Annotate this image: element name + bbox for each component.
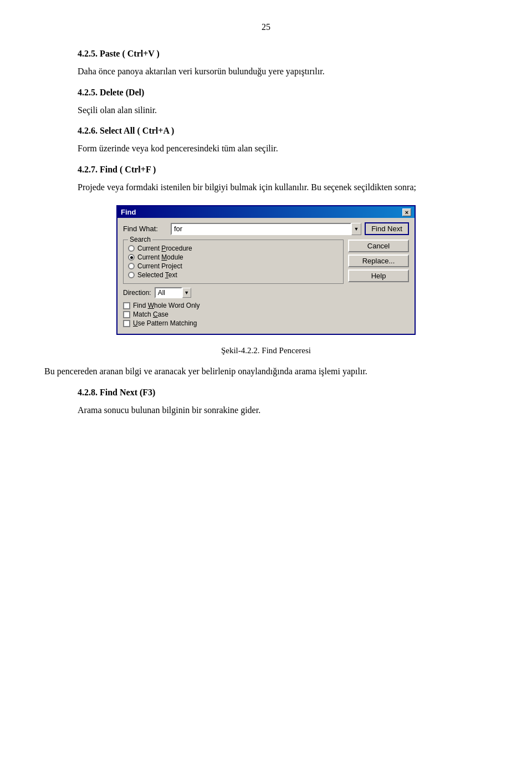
direction-value[interactable]: All (155, 287, 182, 298)
radio-selected-text[interactable]: Selected Text (128, 271, 339, 279)
para-428: Arama sonucu bulunan bilginin bir sonrak… (78, 403, 488, 418)
cancel-button[interactable]: Cancel (348, 240, 409, 252)
radio-btn-selected-text[interactable] (128, 272, 135, 278)
radio-btn-current-procedure[interactable] (128, 245, 135, 252)
find-next-button[interactable]: Find Next (365, 222, 409, 235)
find-what-dropdown-arrow[interactable]: ▼ (351, 223, 361, 235)
help-button[interactable]: Help (348, 269, 409, 282)
checkbox-use-pattern-matching[interactable]: Use Pattern Matching (123, 319, 344, 327)
para-425-delete: Seçili olan alan silinir. (78, 103, 488, 118)
para-426: Form üzerinde veya kod penceresindeki tü… (78, 141, 488, 156)
search-groupbox-content: Current Procedure Current Module Current… (128, 245, 339, 279)
find-dialog: Find × Find What: ▼ Find Next Search (116, 205, 416, 335)
radio-current-project[interactable]: Current Project (128, 262, 339, 270)
heading-425-paste: 4.2.5. Paste ( Ctrl+V ) (78, 49, 488, 59)
checkbox-btn-use-pattern-matching[interactable] (123, 320, 130, 327)
checkbox-label-find-whole-word: Find Whole Word Only (133, 302, 200, 309)
radio-label-current-project: Current Project (137, 262, 182, 270)
checkbox-btn-find-whole-word[interactable] (123, 302, 130, 309)
radio-current-module[interactable]: Current Module (128, 253, 339, 261)
radio-label-selected-text: Selected Text (137, 271, 177, 279)
para-427-2: Bu pencereden aranan bilgi ve aranacak y… (44, 364, 488, 379)
find-what-label: Find What: (123, 225, 167, 233)
checkbox-label-match-case: Match Case (133, 310, 168, 318)
find-dialog-title: Find (121, 208, 136, 216)
direction-select[interactable]: All ▼ (155, 287, 191, 298)
radio-btn-current-project[interactable] (128, 263, 135, 269)
heading-427: 4.2.7. Find ( Ctrl+F ) (78, 165, 488, 175)
checkbox-match-case[interactable]: Match Case (123, 310, 344, 318)
para-427-1: Projede veya formdaki istenilen bir bilg… (78, 180, 488, 195)
find-dialog-wrapper: Find × Find What: ▼ Find Next Search (44, 205, 488, 335)
direction-label: Direction: (123, 289, 151, 297)
find-dialog-close-button[interactable]: × (402, 208, 411, 216)
replace-button[interactable]: Replace... (348, 254, 409, 267)
find-dialog-titlebar: Find × (117, 206, 415, 218)
radio-current-procedure[interactable]: Current Procedure (128, 245, 339, 252)
radio-label-current-module: Current Module (137, 253, 183, 261)
checkbox-label-use-pattern-matching: Use Pattern Matching (133, 319, 197, 327)
checkbox-find-whole-word[interactable]: Find Whole Word Only (123, 302, 344, 309)
find-what-input[interactable] (171, 223, 351, 235)
find-dialog-body: Find What: ▼ Find Next Search (117, 218, 415, 334)
radio-label-current-procedure: Current Procedure (137, 245, 192, 252)
direction-dropdown-arrow[interactable]: ▼ (182, 288, 191, 298)
search-groupbox-legend: Search (128, 236, 152, 243)
heading-428: 4.2.8. Find Next (F3) (78, 388, 488, 398)
radio-btn-current-module[interactable] (128, 254, 135, 261)
figure-caption: Şekil-4.2.2. Find Penceresi (44, 346, 488, 355)
heading-425-delete: 4.2.5. Delete (Del) (78, 88, 488, 98)
checkbox-btn-match-case[interactable] (123, 311, 130, 318)
heading-426: 4.2.6. Select All ( Ctrl+A ) (78, 126, 488, 136)
direction-row: Direction: All ▼ (123, 287, 344, 298)
para-425-paste: Daha önce panoya aktarılan veri kursorün… (78, 64, 488, 79)
search-groupbox: Search Current Procedure Current Module (123, 240, 344, 284)
page-number: 25 (44, 22, 488, 32)
